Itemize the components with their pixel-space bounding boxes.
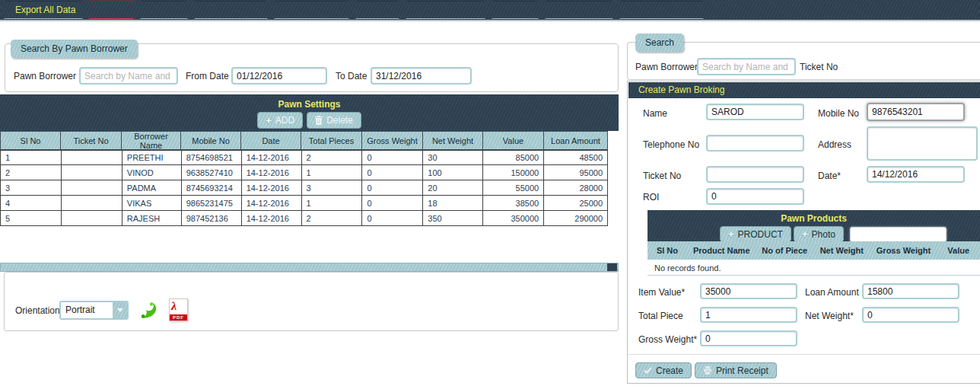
to-date-label: To Date [336, 71, 367, 81]
column-header: Gross Weight [870, 246, 937, 255]
product-search-input[interactable] [850, 227, 947, 242]
cell-loan-amount: 48500 [544, 151, 607, 164]
cell-ticket-no [62, 180, 123, 195]
print-receipt-button[interactable]: Print Receipt [695, 362, 777, 378]
search-by-pawn-borrower-legend: Search By Pawn Borrower [11, 40, 138, 58]
orientation-label: Orientation [15, 305, 60, 316]
to-date-input[interactable] [371, 67, 472, 85]
cell-value: 150000 [483, 165, 544, 180]
cell-value: 85000 [483, 151, 544, 164]
create-pawn-broking-header: Create Pawn Broking [628, 82, 980, 98]
cell-borrower-name: PREETHI [123, 151, 182, 164]
loan-amount-field[interactable] [862, 283, 959, 299]
column-header: Total Pieces [301, 132, 362, 149]
table-row[interactable]: 1 PREETHI 8754698521 14-12-2016 2 0 30 8… [0, 150, 608, 165]
cell-mobile-no: 8754698521 [182, 151, 242, 164]
telephone-no-label: Telephone No [643, 139, 699, 150]
cell-sl-no: 5 [1, 211, 62, 225]
cell-ticket-no [62, 165, 123, 180]
name-label: Name [643, 108, 667, 119]
pawn-borrower-search-input[interactable] [79, 67, 178, 85]
roi-field[interactable] [706, 188, 804, 205]
net-weight-field[interactable] [862, 307, 959, 323]
cell-mobile-no: 9865231475 [182, 196, 242, 210]
date-label: Date* [818, 171, 841, 181]
column-header: Gross Weight [362, 132, 423, 149]
pawn-settings-grid-header-band: Pawn Settings + ADD Delete [0, 94, 619, 131]
add-product-button[interactable]: + PRODUCT [720, 226, 791, 242]
cell-date: 14-12-2016 [242, 196, 302, 210]
trash-icon [315, 116, 323, 125]
delete-button[interactable]: Delete [307, 112, 361, 129]
plus-icon: + [802, 229, 808, 239]
gross-weight-field[interactable] [700, 330, 797, 346]
table-row[interactable]: 5 RAJESH 987452136 14-12-2016 2 0 350 35… [0, 211, 608, 226]
export-excel-icon[interactable] [138, 300, 159, 324]
column-header: Sl No [648, 246, 687, 255]
cell-gross-weight: 0 [362, 165, 423, 180]
cell-date: 14-12-2016 [242, 165, 302, 180]
add-button[interactable]: + ADD [257, 112, 303, 129]
ticket-no-field[interactable] [706, 166, 804, 183]
create-button-label: Create [656, 365, 683, 376]
column-header: Loan Amount [544, 132, 607, 149]
mobile-no-field[interactable] [867, 103, 965, 121]
cell-net-weight: 18 [423, 196, 483, 210]
cell-total-pieces: 1 [302, 165, 363, 180]
total-piece-field[interactable] [700, 307, 797, 323]
column-header: Sl No [1, 132, 61, 149]
column-header: Borrower Name [122, 132, 181, 149]
net-weight-label: Net Weight* [805, 311, 854, 321]
panel-divider [628, 354, 980, 355]
grid-column-headers: Sl No Ticket No Borrower Name Mobile No … [0, 131, 608, 150]
cell-ticket-no [62, 211, 123, 225]
no-records-message: No records found. [648, 260, 980, 276]
pawn-borrower-label: Pawn Borrower [14, 71, 76, 81]
export-all-data-header: Export All Data [2, 2, 978, 18]
cell-total-pieces: 3 [302, 180, 363, 195]
cell-loan-amount: 95000 [544, 165, 607, 180]
pdf-icon[interactable]: λ PDF [169, 298, 188, 321]
item-value-field[interactable] [700, 283, 797, 299]
name-field[interactable] [706, 104, 804, 120]
scrollbar-handle[interactable] [607, 263, 617, 271]
cell-date: 14-12-2016 [242, 211, 302, 225]
column-header: Product Name [687, 246, 756, 255]
table-row[interactable]: 4 VIKAS 9865231475 14-12-2016 1 0 18 385… [0, 196, 608, 211]
add-button-label: ADD [275, 115, 294, 126]
add-photo-button[interactable]: + Photo [794, 226, 844, 242]
column-header: No of Piece [756, 246, 814, 255]
address-field[interactable] [867, 126, 978, 161]
telephone-no-field[interactable] [706, 135, 804, 152]
pawn-broking-app: Pawn Borrower Pledge H-Form Pawn Product… [0, 0, 980, 386]
cell-loan-amount: 28000 [544, 180, 607, 195]
right-pawn-borrower-label: Pawn Borrower [635, 62, 698, 72]
date-field[interactable] [867, 166, 965, 183]
orientation-dropdown[interactable]: Portrait [59, 301, 129, 320]
cell-sl-no: 2 [1, 165, 62, 180]
right-pawn-borrower-search-input[interactable] [697, 58, 796, 75]
cell-net-weight: 350 [423, 211, 483, 225]
cell-loan-amount: 25000 [544, 196, 607, 210]
cell-net-weight: 30 [423, 151, 483, 164]
cell-sl-no: 3 [1, 180, 62, 195]
add-product-button-label: PRODUCT [738, 229, 783, 240]
column-header: Value [483, 132, 544, 149]
plus-icon: + [728, 229, 734, 239]
from-date-input[interactable] [231, 67, 327, 85]
cell-date: 14-12-2016 [242, 151, 302, 164]
horizontal-scrollbar[interactable] [0, 263, 619, 272]
ticket-no-label: Ticket No [643, 171, 681, 181]
products-column-headers: Sl No Product Name No of Piece Net Weigh… [648, 241, 980, 260]
mobile-no-label: Mobile No [818, 108, 859, 119]
table-row[interactable]: 3 PADMA 8745693214 14-12-2016 3 0 20 550… [0, 180, 608, 196]
dropdown-arrow-button[interactable] [113, 302, 127, 318]
create-button[interactable]: Create [635, 362, 692, 378]
table-row[interactable]: 2 VINOD 9638527410 14-12-2016 1 0 100 15… [0, 165, 608, 180]
cell-value: 350000 [483, 211, 544, 225]
cell-sl-no: 1 [1, 151, 62, 164]
cell-mobile-no: 987452136 [182, 211, 242, 225]
cell-gross-weight: 0 [362, 211, 423, 225]
grid-body: 1 PREETHI 8754698521 14-12-2016 2 0 30 8… [0, 150, 608, 226]
cell-loan-amount: 290000 [544, 211, 607, 225]
